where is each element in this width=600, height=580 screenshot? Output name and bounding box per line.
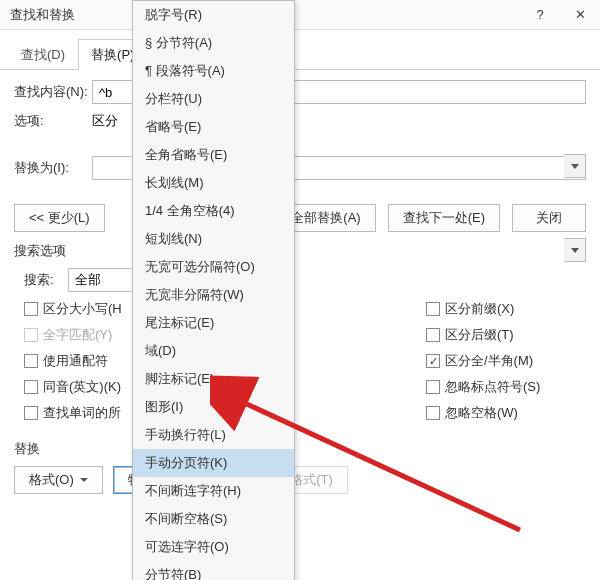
tab-find[interactable]: 查找(D): [8, 39, 78, 70]
menu-item[interactable]: 分栏符(U): [133, 85, 294, 113]
options-value: 区分: [92, 112, 118, 130]
format-button[interactable]: 格式(O): [14, 466, 103, 494]
menu-item[interactable]: 长划线(M): [133, 169, 294, 197]
menu-item[interactable]: 省略号(E): [133, 113, 294, 141]
menu-item[interactable]: 手动分页符(K): [133, 449, 294, 477]
checkbox-ignorespace[interactable]: 忽略空格(W): [426, 404, 586, 422]
find-next-button[interactable]: 查找下一处(E): [388, 204, 500, 232]
checkbox-prefix[interactable]: 区分前缀(X): [426, 300, 586, 318]
checkbox-label: 全字匹配(Y): [43, 326, 112, 344]
checkbox-box: [426, 380, 440, 394]
menu-item[interactable]: 无宽非分隔符(W): [133, 281, 294, 309]
checkbox-label: 忽略空格(W): [445, 404, 518, 422]
dialog-content: 查找内容(N): 选项: 区分 替换为(I): << 更少(L) 全部替换(A)…: [0, 70, 600, 504]
checkbox-label: 使用通配符: [43, 352, 108, 370]
menu-item[interactable]: 1/4 全角空格(4): [133, 197, 294, 225]
search-direction-label: 搜索:: [24, 271, 68, 289]
checkbox-box: [24, 380, 38, 394]
help-button[interactable]: ?: [520, 0, 560, 30]
menu-item[interactable]: 可选连字符(O): [133, 533, 294, 561]
titlebar: 查找和替换 ? ✕: [0, 0, 600, 30]
menu-item[interactable]: 域(D): [133, 337, 294, 365]
checkbox-box: [24, 354, 38, 368]
checkbox-fullhalf[interactable]: 区分全/半角(M): [426, 352, 586, 370]
menu-item[interactable]: 分节符(B): [133, 561, 294, 580]
less-button[interactable]: << 更少(L): [14, 204, 105, 232]
menu-item[interactable]: 无宽可选分隔符(O): [133, 253, 294, 281]
checkbox-box: [24, 406, 38, 420]
menu-item[interactable]: 不间断连字符(H): [133, 477, 294, 505]
menu-item[interactable]: 全角省略号(E): [133, 141, 294, 169]
checkbox-box: [426, 406, 440, 420]
checkbox-label: 同音(英文)(K): [43, 378, 121, 396]
checkbox-label: 区分全/半角(M): [445, 352, 533, 370]
tab-bar: 查找(D) 替换(P): [0, 30, 600, 70]
checkbox-label: 忽略标点符号(S): [445, 378, 540, 396]
special-format-menu: 脱字号(R)§ 分节符(A)¶ 段落符号(A)分栏符(U)省略号(E)全角省略号…: [132, 0, 295, 580]
menu-item[interactable]: 尾注标记(E): [133, 309, 294, 337]
checkbox-label: 查找单词的所: [43, 404, 121, 422]
menu-item[interactable]: 图形(I): [133, 393, 294, 421]
menu-item[interactable]: 不间断空格(S): [133, 505, 294, 533]
replace-label: 替换为(I):: [14, 159, 92, 177]
menu-item[interactable]: 短划线(N): [133, 225, 294, 253]
checkbox-ignorepunct[interactable]: 忽略标点符号(S): [426, 378, 586, 396]
menu-item[interactable]: 手动换行符(L): [133, 421, 294, 449]
checkbox-box: [24, 302, 38, 316]
checkbox-box: [426, 302, 440, 316]
menu-item[interactable]: 脱字号(R): [133, 1, 294, 29]
checkbox-label: 区分前缀(X): [445, 300, 514, 318]
find-label: 查找内容(N):: [14, 83, 92, 101]
close-window-button[interactable]: ✕: [560, 0, 600, 30]
replace-section-label: 替换: [14, 440, 586, 458]
search-options-header: 搜索选项: [14, 242, 586, 260]
checkbox-box: [426, 354, 440, 368]
checkbox-box: [24, 328, 38, 342]
checkbox-label: 区分大小写(H: [43, 300, 122, 318]
checkbox-box: [426, 328, 440, 342]
menu-item[interactable]: ¶ 段落符号(A): [133, 57, 294, 85]
checkbox-label: 区分后缀(T): [445, 326, 514, 344]
find-history-dropdown[interactable]: [564, 154, 586, 178]
options-label: 选项:: [14, 112, 92, 130]
menu-item[interactable]: § 分节符(A): [133, 29, 294, 57]
replace-history-dropdown[interactable]: [564, 238, 586, 262]
checkbox-suffix[interactable]: 区分后缀(T): [426, 326, 586, 344]
menu-item[interactable]: 脚注标记(E): [133, 365, 294, 393]
